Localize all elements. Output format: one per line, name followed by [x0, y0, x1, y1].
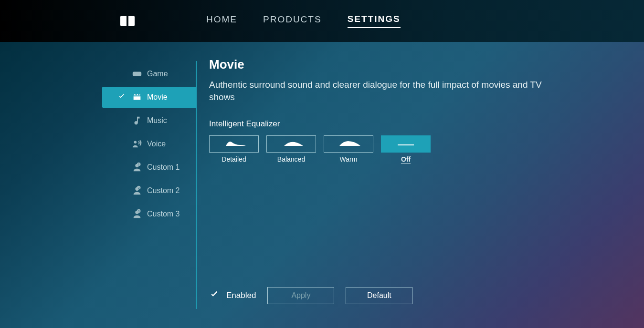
- svg-rect-13: [398, 144, 414, 145]
- profile-title: Movie: [209, 57, 634, 72]
- sidebar-item-custom2[interactable]: 2 Custom 2: [0, 180, 196, 201]
- eq-option-detailed[interactable]: Detailed: [209, 135, 259, 163]
- movie-icon: [132, 92, 142, 102]
- content-panel: Movie Authentic surround sound and clear…: [197, 42, 644, 328]
- sidebar-item-voice[interactable]: Voice: [0, 133, 196, 154]
- sidebar-item-label: Music: [147, 116, 167, 125]
- dolby-logo-icon: [120, 16, 135, 26]
- enabled-label: Enabled: [226, 291, 256, 300]
- eq-option-warm[interactable]: Warm: [324, 135, 373, 163]
- sidebar-item-label: Custom 1: [147, 163, 179, 172]
- custom2-icon: 2: [132, 185, 142, 196]
- nav-settings[interactable]: SETTINGS: [348, 14, 401, 28]
- music-icon: [132, 115, 142, 126]
- apply-button[interactable]: Apply: [267, 287, 334, 304]
- top-nav: HOME PRODUCTS SETTINGS: [206, 14, 401, 28]
- eq-option-label: Warm: [324, 155, 373, 163]
- check-icon: [209, 289, 220, 302]
- equalizer-options: Detailed Balanced Warm: [209, 135, 634, 163]
- profile-sidebar: Game Movie Music Voice 1: [0, 42, 196, 328]
- eq-curve-warm-icon: [336, 139, 361, 149]
- sidebar-item-custom1[interactable]: 1 Custom 1: [0, 157, 196, 178]
- sidebar-item-custom3[interactable]: 3 Custom 3: [0, 204, 196, 225]
- sidebar-item-label: Custom 2: [147, 186, 179, 195]
- sidebar-item-label: Game: [147, 70, 168, 78]
- custom1-icon: 1: [132, 162, 142, 173]
- svg-text:3: 3: [138, 210, 139, 213]
- default-button[interactable]: Default: [346, 287, 412, 304]
- sidebar-item-label: Movie: [147, 93, 168, 102]
- eq-curve-off-icon: [393, 139, 419, 149]
- check-icon: [117, 92, 126, 102]
- eq-option-off[interactable]: Off: [381, 135, 431, 163]
- eq-option-label: Detailed: [209, 155, 259, 163]
- eq-curve-balanced-icon: [278, 139, 304, 149]
- header-bar: HOME PRODUCTS SETTINGS: [0, 0, 644, 42]
- enabled-toggle[interactable]: Enabled: [209, 289, 256, 302]
- svg-point-1: [135, 73, 136, 74]
- svg-text:1: 1: [138, 163, 139, 166]
- sidebar-item-movie[interactable]: Movie: [102, 87, 196, 108]
- svg-text:2: 2: [138, 186, 139, 189]
- eq-option-label: Off: [381, 155, 431, 163]
- svg-point-2: [138, 73, 139, 74]
- voice-icon: [132, 139, 142, 149]
- svg-point-3: [134, 141, 137, 144]
- gamepad-icon: [132, 69, 142, 79]
- custom3-icon: 3: [132, 209, 142, 219]
- sidebar-item-game[interactable]: Game: [0, 63, 196, 84]
- nav-products[interactable]: PRODUCTS: [263, 14, 322, 28]
- sidebar-item-label: Voice: [147, 140, 166, 148]
- eq-option-label: Balanced: [266, 155, 316, 163]
- equalizer-section-label: Intelligent Equalizer: [209, 119, 634, 129]
- nav-home[interactable]: HOME: [206, 14, 237, 28]
- eq-curve-detailed-icon: [221, 139, 247, 149]
- footer-actions: Enabled Apply Default: [209, 287, 634, 304]
- sidebar-item-music[interactable]: Music: [0, 110, 196, 131]
- eq-option-balanced[interactable]: Balanced: [266, 135, 316, 163]
- svg-rect-0: [133, 72, 141, 76]
- sidebar-item-label: Custom 3: [147, 210, 179, 218]
- profile-description: Authentic surround sound and clearer dia…: [209, 79, 553, 103]
